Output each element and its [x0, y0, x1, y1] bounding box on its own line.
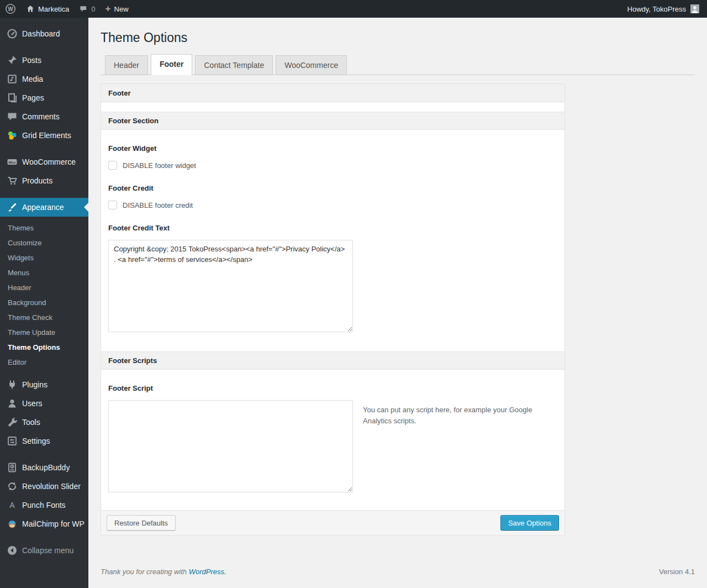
- footer-script-help-text: You can put any script here, for example…: [363, 405, 535, 427]
- sidebar-item-backupbuddy[interactable]: BackupBuddy: [0, 458, 88, 477]
- howdy-text[interactable]: Howdy, TokoPress: [627, 5, 686, 13]
- save-options-button[interactable]: Save Options: [500, 515, 559, 531]
- submenu-item-customize[interactable]: Customize: [0, 235, 88, 250]
- sidebar-item-grid-elements[interactable]: Grid Elements: [0, 126, 88, 145]
- menu-separator: [0, 145, 88, 153]
- sidebar-item-label: Appearance: [22, 203, 64, 212]
- submenu-item-menus[interactable]: Menus: [0, 265, 88, 280]
- submenu-item-theme-options[interactable]: Theme Options: [0, 340, 88, 355]
- svg-text:A: A: [9, 501, 15, 510]
- tab-bar: Header Footer Contact Template WooCommer…: [101, 54, 695, 75]
- home-icon: [26, 4, 35, 13]
- wrench-icon: [7, 417, 18, 428]
- submenu-item-widgets[interactable]: Widgets: [0, 250, 88, 265]
- sidebar-item-label: Grid Elements: [22, 131, 71, 140]
- menu-separator: [0, 43, 88, 51]
- sidebar-item-label: Posts: [22, 56, 41, 65]
- main-content: Theme Options Header Footer Contact Temp…: [88, 18, 707, 588]
- footer-widget-label: Footer Widget: [108, 130, 557, 153]
- sidebar-item-media[interactable]: Media: [0, 70, 88, 88]
- footer-script-textarea[interactable]: [108, 400, 353, 492]
- panel-button-bar: Restore Defaults Save Options: [101, 510, 564, 535]
- sidebar-item-label: Punch Fonts: [22, 501, 66, 510]
- admin-sidebar: Dashboard Posts Media Pages: [0, 18, 88, 588]
- plus-icon: +: [105, 4, 111, 13]
- submenu-item-header[interactable]: Header: [0, 280, 88, 295]
- sliders-icon: [7, 435, 18, 447]
- menu-separator: [0, 190, 88, 198]
- svg-text:Woo: Woo: [9, 161, 16, 164]
- tab-footer[interactable]: Footer: [151, 54, 193, 75]
- avatar[interactable]: [690, 4, 699, 13]
- pages-stack-icon: [7, 92, 18, 103]
- person-icon: [7, 398, 18, 409]
- menu-separator: [0, 450, 88, 458]
- cart-icon: [7, 175, 18, 186]
- wordpress-link[interactable]: WordPress.: [189, 568, 226, 576]
- new-menu[interactable]: + New: [101, 0, 134, 18]
- sidebar-item-label: Users: [22, 399, 43, 408]
- new-label: New: [114, 5, 129, 13]
- wp-logo-menu[interactable]: W: [0, 0, 21, 18]
- wordpress-logo-icon: W: [5, 3, 16, 14]
- disable-footer-widget-checkbox[interactable]: [108, 161, 117, 170]
- sidebar-item-label: MailChimp for WP: [22, 519, 85, 528]
- comments-menu[interactable]: 0: [74, 0, 100, 18]
- tab-header[interactable]: Header: [105, 55, 148, 75]
- pushpin-icon: [7, 55, 18, 66]
- comment-bubble-icon: [7, 111, 18, 122]
- tab-contact-template[interactable]: Contact Template: [195, 55, 273, 75]
- tab-woocommerce[interactable]: WooCommerce: [276, 55, 347, 75]
- submenu-item-themes[interactable]: Themes: [0, 221, 88, 235]
- sidebar-item-dashboard[interactable]: Dashboard: [0, 24, 88, 43]
- sidebar-item-label: Collapse menu: [22, 546, 73, 555]
- submenu-item-theme-check[interactable]: Theme Check: [0, 310, 88, 325]
- sidebar-item-tools[interactable]: Tools: [0, 413, 88, 432]
- section-header-footer-scripts: Footer Scripts: [101, 351, 564, 370]
- sidebar-item-plugins[interactable]: Plugins: [0, 375, 88, 394]
- sidebar-item-label: Settings: [22, 437, 50, 445]
- sidebar-item-label: Media: [22, 75, 43, 83]
- disable-footer-credit-checkbox[interactable]: [108, 201, 117, 209]
- submenu-item-background[interactable]: Background: [0, 295, 88, 310]
- sidebar-item-mailchimp[interactable]: MailChimp for WP: [0, 514, 88, 533]
- letter-a-icon: A: [7, 500, 18, 511]
- site-name-menu[interactable]: Marketica: [21, 0, 74, 18]
- sidebar-item-label: Tools: [22, 418, 40, 427]
- sidebar-item-comments[interactable]: Comments: [0, 107, 88, 126]
- person-silhouette-icon: [690, 4, 699, 13]
- backup-drive-icon: [7, 462, 18, 473]
- disable-footer-widget-text: DISABLE footer widget: [123, 161, 196, 170]
- sidebar-item-label: WooCommerce: [22, 158, 76, 166]
- disable-footer-credit-text: DISABLE footer credit: [123, 201, 193, 209]
- submenu-item-editor[interactable]: Editor: [0, 355, 88, 370]
- sidebar-item-appearance[interactable]: Appearance: [0, 198, 88, 217]
- thanks-prefix: Thank you for creating with: [101, 568, 189, 576]
- monkey-icon: [7, 518, 18, 529]
- footer-scripts-body: Footer Script You can put any script her…: [101, 370, 564, 510]
- admin-bar: W Marketica 0 + New Howdy, TokoPress: [0, 0, 707, 18]
- sidebar-item-label: Dashboard: [22, 29, 60, 38]
- sidebar-item-label: Plugins: [22, 380, 48, 389]
- sidebar-item-collapse-menu[interactable]: Collapse menu: [0, 541, 88, 560]
- sidebar-item-posts[interactable]: Posts: [0, 51, 88, 70]
- sidebar-item-products[interactable]: Products: [0, 171, 88, 190]
- sidebar-item-label: BackupBuddy: [22, 463, 70, 472]
- sidebar-item-label: Products: [22, 176, 52, 185]
- media-note-icon: [7, 74, 18, 85]
- sidebar-item-revolution-slider[interactable]: Revolution Slider: [0, 477, 88, 496]
- restore-defaults-button[interactable]: Restore Defaults: [107, 515, 176, 531]
- sidebar-item-settings[interactable]: Settings: [0, 432, 88, 450]
- footer-section-body: Footer Widget DISABLE footer widget Foot…: [101, 130, 564, 351]
- footer-credit-text-textarea[interactable]: Copyright &copy; 2015 TokoPress<span><a …: [108, 240, 353, 332]
- rotate-arrows-icon: [7, 481, 18, 492]
- sidebar-item-pages[interactable]: Pages: [0, 88, 88, 107]
- sidebar-item-woocommerce[interactable]: Woo WooCommerce: [0, 153, 88, 171]
- footer-script-label: Footer Script: [108, 370, 557, 392]
- sidebar-item-punch-fonts[interactable]: A Punch Fonts: [0, 496, 88, 514]
- version-text: Version 4.1: [659, 568, 695, 576]
- submenu-item-theme-update[interactable]: Theme Update: [0, 325, 88, 340]
- footer-credit-text-label: Footer Credit Text: [108, 209, 557, 232]
- sidebar-item-users[interactable]: Users: [0, 394, 88, 413]
- site-name: Marketica: [38, 5, 69, 13]
